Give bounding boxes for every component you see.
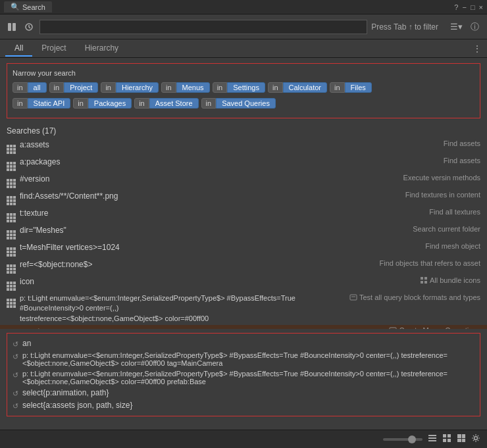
result-item-3[interactable]: #version Execute versin methods — [0, 172, 487, 189]
status-icons — [426, 432, 482, 446]
book-icon-btn[interactable] — [5, 20, 18, 34]
result-item-6[interactable]: dir="Meshes" Search current folder — [0, 224, 487, 241]
zoom-thumb[interactable] — [408, 436, 416, 443]
chip-label-hierarchy[interactable]: Hierarchy — [116, 82, 159, 93]
selected-item-3[interactable]: ↺ p: t:Light enumvalue=<$enum:Integer,Se… — [13, 368, 474, 387]
result-item-4[interactable]: find:Assets/**/Content**.png Find textur… — [0, 189, 487, 207]
result-desc-7: Find mesh object — [420, 242, 480, 250]
history-icon-btn[interactable] — [22, 20, 36, 34]
filter-settings[interactable]: in Settings — [213, 81, 265, 94]
maximize-button[interactable]: □ — [471, 3, 475, 11]
chip-label-static-api[interactable]: Static API — [28, 98, 71, 109]
chip-in-project: in — [49, 82, 64, 93]
grid-icon-2 — [7, 158, 16, 171]
filter-calculator[interactable]: in Calculator — [268, 81, 327, 94]
query-block-desc: Test all query block formats and types — [349, 293, 480, 301]
grid-large-btn[interactable] — [455, 432, 467, 446]
result-item-9[interactable]: icon All bundle icons — [0, 275, 487, 292]
svg-rect-9 — [390, 328, 396, 329]
grid-icon-6 — [7, 226, 16, 239]
filter-asset-store[interactable]: in Asset Store — [134, 97, 198, 110]
result-text-9: icon — [20, 276, 415, 287]
result-item-5[interactable]: t:texture Find all textures — [0, 207, 487, 224]
chip-in-settings: in — [213, 82, 228, 93]
grid-icon-10 — [7, 295, 16, 308]
chip-label-asset-store[interactable]: Asset Store — [149, 98, 199, 109]
narrow-search-box: Narrow your search in all in Project in … — [7, 63, 480, 118]
svg-rect-21 — [462, 434, 465, 438]
filter-files[interactable]: in Files — [330, 81, 372, 94]
result-text-3: #version — [20, 174, 398, 185]
chip-label-packages[interactable]: Packages — [88, 98, 132, 109]
chip-label-menus[interactable]: Menus — [176, 82, 210, 93]
result-item-8[interactable]: ref=<$object:none$> Find objects that re… — [0, 258, 487, 275]
chip-label-all[interactable]: all — [28, 82, 47, 93]
result-item-7[interactable]: t=MeshFilter vertices>=1024 Find mesh ob… — [0, 241, 487, 258]
tabs-menu-btn[interactable]: ⋮ — [473, 43, 482, 54]
selected-item-4[interactable]: ↺ select{p:animation, path} — [13, 387, 474, 399]
selected-item-1[interactable]: ↺ an — [13, 337, 474, 350]
result-item-create[interactable]: create Create Men u Operations — [0, 325, 487, 329]
search-bar: Press Tab ↑ to filter ☰▾ ⓘ — [0, 14, 487, 39]
svg-rect-0 — [8, 23, 11, 31]
search-tab-icon: 🔍 — [11, 3, 20, 11]
filter-saved-queries[interactable]: in Saved Queries — [201, 97, 276, 110]
result-item-1[interactable]: a:assets Find assets — [0, 138, 487, 155]
filter-packages[interactable]: in Packages — [73, 97, 132, 110]
tab-hierarchy[interactable]: Hierarchy — [76, 41, 128, 57]
zoom-slider[interactable] — [383, 438, 423, 441]
settings-icon-btn[interactable] — [470, 432, 482, 446]
tab-project[interactable]: Project — [32, 41, 75, 57]
narrow-title: Narrow your search — [13, 69, 474, 77]
minimize-button[interactable]: − — [462, 3, 466, 11]
loop-icon-5: ↺ — [13, 402, 18, 411]
search-input-area[interactable] — [39, 20, 367, 34]
filter-hierarchy[interactable]: in Hierarchy — [101, 81, 159, 94]
result-text-1: a:assets — [20, 139, 438, 151]
filter-project[interactable]: in Project — [49, 81, 99, 94]
search-input[interactable] — [44, 22, 363, 32]
result-desc-create: Create Men u Operations — [384, 326, 480, 329]
result-desc-10: Test all query block formats and types — [336, 293, 480, 303]
press-tab-hint: Press Tab ↑ to filter — [371, 22, 438, 32]
filter-menus[interactable]: in Menus — [161, 81, 210, 94]
results-list: a:assets Find assets a:packages Find ass… — [0, 138, 487, 329]
view-options-btn[interactable]: ☰▾ — [448, 20, 465, 33]
info-btn[interactable]: ⓘ — [468, 20, 482, 34]
svg-rect-15 — [428, 440, 436, 441]
help-button[interactable]: ? — [454, 3, 458, 11]
svg-rect-13 — [428, 435, 436, 436]
svg-rect-3 — [421, 277, 423, 280]
filter-row-1: in all in Project in Hierarchy in Menus … — [13, 81, 474, 94]
filter-static-api[interactable]: in Static API — [13, 97, 70, 110]
tab-all[interactable]: All — [5, 41, 32, 57]
chip-label-saved-queries[interactable]: Saved Queries — [216, 98, 276, 109]
filter-all[interactable]: in all — [13, 81, 47, 94]
result-text-6: dir="Meshes" — [20, 225, 407, 236]
svg-rect-19 — [448, 439, 451, 442]
result-item-2[interactable]: a:packages Find assets — [0, 155, 487, 172]
selected-item-5[interactable]: ↺ select{a:assets json, path, size} — [13, 399, 474, 412]
selected-queries-box: ↺ an ↺ p: t:Light enumvalue=<$enum:Integ… — [7, 333, 480, 416]
svg-rect-20 — [457, 434, 461, 438]
result-item-10[interactable]: p: t:Light enumvalue=<$enum:Integer,Seri… — [0, 292, 487, 325]
close-button[interactable]: × — [479, 3, 483, 11]
result-desc-2: Find assets — [438, 157, 480, 164]
svg-rect-22 — [457, 439, 461, 442]
grid-icon-8 — [7, 261, 16, 274]
chip-label-settings[interactable]: Settings — [227, 82, 265, 93]
result-text-10: p: t:Light enumvalue=<$enum:Integer,Seri… — [20, 293, 336, 324]
title-bar-controls: ? − □ × — [454, 3, 483, 11]
chip-label-files[interactable]: Files — [345, 82, 372, 93]
result-text-5: t:texture — [20, 208, 424, 219]
chip-label-calculator[interactable]: Calculator — [283, 82, 328, 93]
svg-rect-18 — [443, 439, 446, 442]
title-tab-label: Search — [22, 3, 45, 11]
selected-item-2[interactable]: ↺ p: t:Light enumvalue=<$enum:Integer,Se… — [13, 350, 474, 368]
chip-label-project[interactable]: Project — [64, 82, 98, 93]
search-bar-right: ☰▾ ⓘ — [448, 20, 482, 34]
grid-small-btn[interactable] — [441, 432, 453, 446]
list-view-btn[interactable] — [426, 432, 438, 446]
grid-icon-4 — [7, 192, 16, 205]
loop-icon-3: ↺ — [13, 371, 18, 380]
